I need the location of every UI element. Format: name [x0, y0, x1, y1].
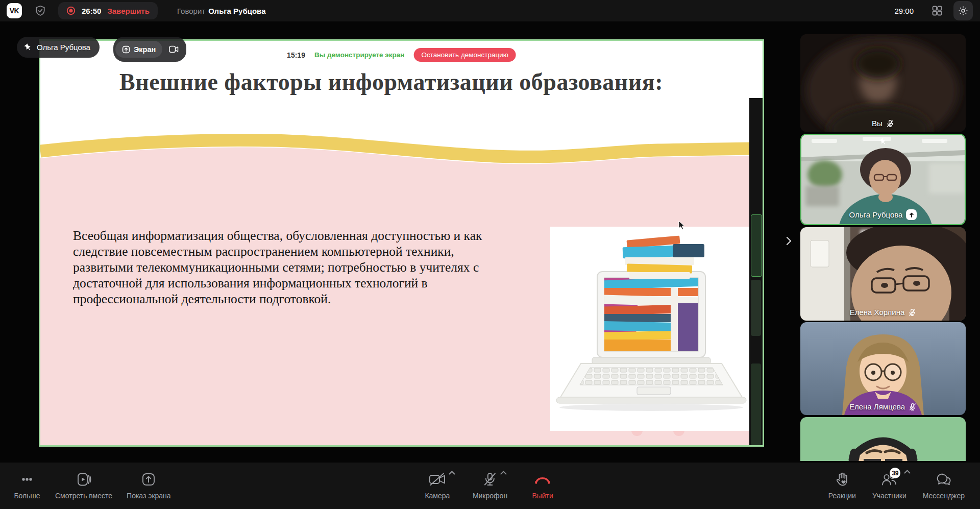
messenger-button[interactable]: Мессенджер: [923, 472, 965, 500]
slide-body-line: следствие повсеместным распространением …: [73, 244, 522, 259]
presentation-slide: 15:19 Вы демонстрируете экран Остановить…: [40, 41, 763, 445]
screen-source-label: Экран: [134, 45, 156, 54]
participant-tile-olga-rubtsova[interactable]: Ольга Рубцова: [800, 134, 966, 225]
participant-tile-elena-lyamtseva[interactable]: Елена Лямцева: [800, 322, 966, 415]
screen-source-pill: Экран: [113, 37, 186, 62]
screen-source-button[interactable]: Экран: [115, 41, 162, 58]
slide-body-line: Всеобщая информатизация общества, обусло…: [73, 228, 522, 244]
stop-sharing-button[interactable]: Остановить демонстрацию: [413, 48, 516, 62]
messenger-icon: [936, 472, 952, 487]
finish-recording-button[interactable]: Завершить: [107, 7, 150, 15]
participant-video: [800, 227, 966, 321]
participants-count-badge: 39: [890, 468, 900, 478]
slide-body-text: Всеобщая информатизация общества, обусло…: [73, 228, 522, 307]
shield-check-icon[interactable]: [35, 5, 46, 16]
pinned-presenter-name: Ольга Рубцова: [37, 43, 90, 52]
screen-sharing-badge: [906, 209, 917, 220]
bottom-toolbar: Больше Смотреть вместе: [0, 463, 980, 509]
mic-muted-icon: [908, 308, 916, 317]
share-status-text: Вы демонстрируете экран: [314, 51, 405, 59]
pinned-presenter-pill[interactable]: Ольга Рубцова: [17, 37, 100, 58]
reactions-button[interactable]: Реакции: [828, 472, 856, 500]
participant-tile-elena-horlina[interactable]: Елена Хорлина: [800, 227, 966, 321]
share-elapsed-time: 15:19: [287, 51, 305, 59]
participant-tile-partial[interactable]: [800, 417, 966, 461]
participant-name: Елена Лямцева: [849, 402, 905, 411]
participants-button[interactable]: 39 Участники: [872, 472, 906, 500]
vk-logo: VK: [7, 3, 22, 18]
camera-off-icon: [429, 472, 446, 487]
collapse-sidebar-chevron[interactable]: [785, 236, 792, 246]
slide-title: Внешние факторы информатизации образован…: [40, 68, 742, 95]
screen-share-icon: [141, 472, 156, 487]
call-timer: 29:00: [894, 7, 914, 15]
mouse-cursor: [678, 221, 685, 233]
recording-timer: 26:50: [82, 7, 101, 15]
participant-name: Вы: [872, 119, 883, 128]
pin-icon: [879, 138, 887, 146]
layout-grid-button[interactable]: [931, 5, 943, 17]
watch-together-icon: [76, 472, 91, 487]
slide-body-line: профессиональной деятельности подготовко…: [73, 291, 522, 307]
speaking-prefix: Говорит: [177, 7, 205, 15]
ellipsis-icon: [19, 472, 35, 487]
more-button[interactable]: Больше: [13, 472, 41, 500]
screen-share-status-bar: 15:19 Вы демонстрируете экран Остановить…: [287, 48, 516, 62]
mic-off-icon: [482, 472, 498, 487]
participant-video: [800, 34, 966, 132]
mic-muted-icon: [886, 119, 894, 128]
microphone-options-caret[interactable]: [500, 471, 507, 475]
leave-call-button[interactable]: Выйти: [529, 472, 556, 500]
recording-pill: 26:50 Завершить: [58, 2, 158, 19]
share-screen-button[interactable]: Показ экрана: [127, 472, 171, 500]
camera-options-caret[interactable]: [449, 471, 455, 475]
participant-tile-you[interactable]: Вы: [800, 34, 966, 132]
participants-sidebar: Вы: [800, 34, 966, 463]
slide-body-line: развитыми телекоммуникационными сетями; …: [73, 259, 522, 275]
hand-heart-icon: [835, 472, 850, 487]
watch-together-button[interactable]: Смотреть вместе: [55, 472, 112, 500]
laptop-books-image: [550, 227, 752, 431]
microphone-button[interactable]: Микрофон: [473, 472, 507, 500]
settings-button[interactable]: [953, 1, 973, 20]
camera-button[interactable]: Камера: [424, 472, 451, 500]
participant-name: Ольга Рубцова: [849, 210, 903, 219]
top-bar: VK 26:50 Завершить Говорит Ольга Рубцова…: [0, 0, 980, 21]
pin-icon: [24, 43, 32, 52]
record-icon: [66, 6, 76, 15]
shared-screen: 15:19 Вы демонстрируете экран Остановить…: [39, 39, 764, 447]
speaking-name: Ольга Рубцова: [208, 7, 265, 15]
mic-muted-icon: [909, 403, 917, 411]
participant-name: Елена Хорлина: [850, 308, 905, 317]
presenter-camera-icon[interactable]: [163, 45, 184, 53]
phone-hangup-icon: [534, 472, 551, 487]
slide-body-line: достаточной для использования информацио…: [73, 275, 522, 291]
participants-icon: 39: [881, 472, 897, 487]
call-stage: 15:19 Вы демонстрируете экран Остановить…: [0, 21, 980, 463]
captured-window-edge: [749, 98, 763, 445]
speaking-indicator: Говорит Ольга Рубцова: [177, 7, 266, 15]
participants-caret[interactable]: [904, 470, 911, 474]
participant-video: [800, 322, 966, 415]
vk-call-window: VK 26:50 Завершить Говорит Ольга Рубцова…: [0, 0, 980, 509]
participant-video: [800, 417, 966, 461]
